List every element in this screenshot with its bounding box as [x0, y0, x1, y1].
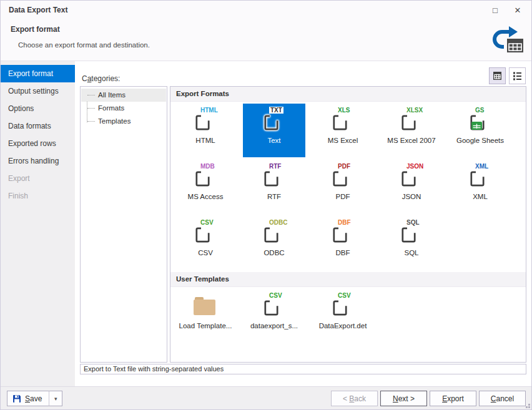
tree-item-all-items[interactable]: All Items	[81, 89, 166, 102]
sidebar-item-export: Export	[1, 170, 75, 187]
user-templates-group-header: User Templates	[170, 272, 526, 287]
dialog-footer: Save ▾ < Back Next > Export Cancel	[1, 386, 531, 409]
format-tile-ms-access[interactable]: MDB MS Access	[174, 160, 237, 213]
tree-branch	[87, 121, 95, 122]
format-tile-text[interactable]: TXT Text	[243, 104, 305, 157]
template-tile-dataexport-det[interactable]: CSV DataExport.det	[312, 289, 374, 343]
format-tile-pdf[interactable]: PDF PDF	[312, 160, 374, 213]
file-mdb-icon: MDB	[189, 163, 222, 189]
format-tile-ms-excel[interactable]: XLS MS Excel	[312, 104, 374, 157]
export-formats-grid: HTML HTML TXT Text X	[170, 102, 526, 272]
export-button[interactable]: Export	[430, 391, 476, 406]
resize-grip[interactable]	[528, 406, 530, 408]
grid-view-button[interactable]	[489, 67, 506, 84]
save-label: Save	[25, 394, 42, 403]
format-tile-dbf[interactable]: DBF DBF	[312, 216, 374, 270]
next-button[interactable]: Next >	[380, 391, 427, 406]
file-xlsx-icon: XLSX	[395, 107, 428, 133]
export-table-icon	[490, 26, 524, 54]
file-csv-icon: CSV	[327, 292, 359, 318]
formats-panel: Export Formats HTML HTML TXT	[170, 86, 526, 363]
sheets-table-glyph	[471, 122, 482, 130]
file-csv-icon: CSV	[189, 219, 222, 245]
tree-branch	[87, 95, 95, 95]
back-button: < Back	[331, 391, 378, 406]
save-split-button: Save ▾	[7, 391, 62, 406]
list-view-button[interactable]	[509, 67, 526, 84]
sidebar-item-finish: Finish	[1, 187, 75, 205]
file-gs-icon: GS	[464, 107, 496, 133]
cancel-button[interactable]: Cancel	[479, 391, 526, 406]
categories-tree-panel: All Items Formats Templates	[80, 86, 167, 363]
file-dbf-icon: DBF	[327, 219, 359, 245]
page-title: Export format	[11, 25, 60, 34]
sidebar-item-data-formats[interactable]: Data formats	[1, 117, 75, 135]
file-pdf-icon: PDF	[327, 163, 359, 189]
close-icon[interactable]: ✕	[506, 2, 529, 18]
format-tile-google-sheets[interactable]: GS Google Sheets	[449, 104, 511, 157]
format-tile-rtf[interactable]: RTF RTF	[243, 160, 305, 213]
format-tile-sql[interactable]: SQL SQL	[380, 216, 443, 270]
file-odbc-icon: ODBC	[258, 219, 290, 245]
tree-item-formats[interactable]: Formats	[81, 102, 166, 115]
page-subtitle: Choose an export format and destination.	[18, 41, 150, 49]
file-json-icon: JSON	[395, 163, 428, 189]
maximize-icon[interactable]: □	[484, 2, 506, 18]
sidebar-item-export-format[interactable]: Export format	[1, 65, 75, 82]
file-xls-icon: XLS	[327, 107, 359, 133]
title-bar: Data Export Text □ ✕	[1, 1, 531, 19]
format-tile-html[interactable]: HTML HTML	[174, 104, 237, 157]
window-controls: □ ✕	[484, 2, 529, 18]
tree-branch	[87, 108, 95, 109]
sidebar-item-errors-handling[interactable]: Errors handling	[1, 152, 75, 170]
save-dropdown-button[interactable]: ▾	[49, 391, 62, 406]
format-tile-xml[interactable]: XML XML	[449, 160, 511, 213]
grid-view-icon	[493, 71, 502, 81]
file-html-icon: HTML	[189, 107, 222, 133]
wizard-steps-sidebar: Export format Output settings Options Da…	[1, 61, 75, 386]
export-formats-group-header: Export Formats	[170, 87, 526, 102]
user-templates-grid: Load Template... CSV dataexport_s... CSV	[170, 287, 526, 345]
wizard-body: Export format Output settings Options Da…	[1, 61, 531, 386]
categories-label: Categories:	[82, 74, 120, 83]
folder-icon	[189, 292, 222, 318]
file-rtf-icon: RTF	[258, 163, 290, 189]
file-sql-icon: SQL	[395, 219, 428, 245]
data-export-dialog: Data Export Text □ ✕ Export format Choos…	[0, 0, 532, 410]
format-tile-csv[interactable]: CSV CSV	[174, 216, 237, 270]
tree-item-templates[interactable]: Templates	[81, 115, 166, 128]
file-csv-icon: CSV	[258, 292, 290, 318]
sidebar-item-exported-rows[interactable]: Exported rows	[1, 135, 75, 152]
file-xml-icon: XML	[464, 163, 496, 189]
format-tile-odbc[interactable]: ODBC ODBC	[243, 216, 305, 270]
sidebar-item-output-settings[interactable]: Output settings	[1, 82, 75, 100]
sidebar-item-options[interactable]: Options	[1, 100, 75, 117]
chevron-down-icon: ▾	[54, 396, 57, 402]
template-tile-dataexport-s[interactable]: CSV dataexport_s...	[243, 289, 305, 343]
format-tile-json[interactable]: JSON JSON	[380, 160, 443, 213]
window-title: Data Export Text	[1, 6, 67, 14]
format-description-bar: Export to Text file with string-separate…	[80, 364, 526, 374]
save-icon	[12, 394, 21, 403]
categories-tree: All Items Formats Templates	[81, 89, 167, 128]
view-toggle-group	[489, 67, 526, 84]
export-format-page: Categories:	[75, 61, 531, 386]
format-tile-ms-excel-2007[interactable]: XLSX MS Excel 2007	[380, 104, 443, 157]
template-tile-load-template[interactable]: Load Template...	[174, 289, 237, 343]
wizard-nav-buttons: < Back Next > Export Cancel	[331, 391, 526, 406]
file-txt-icon: TXT	[258, 107, 290, 133]
wizard-header: Export format Choose an export format an…	[1, 19, 531, 61]
list-view-icon	[513, 71, 522, 81]
save-button[interactable]: Save	[7, 391, 49, 406]
